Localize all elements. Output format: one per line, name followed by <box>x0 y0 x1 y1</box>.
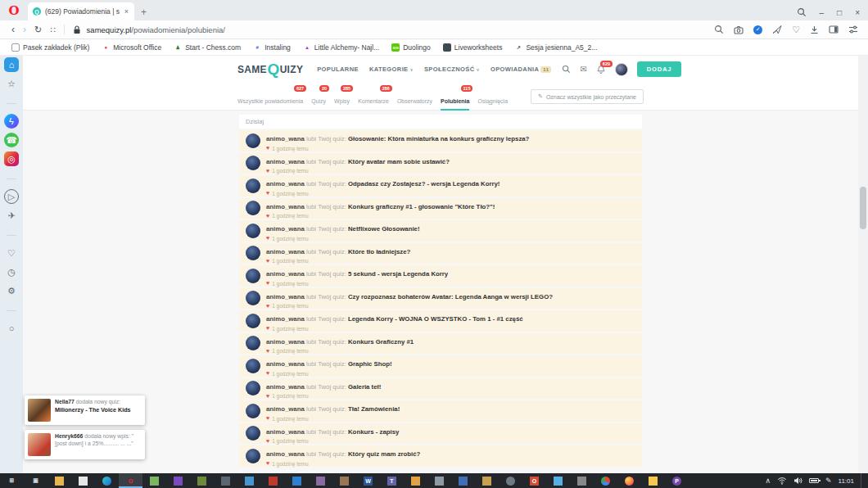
sender-avatar[interactable] <box>246 269 260 283</box>
shield-check-badge-icon[interactable]: ✓ <box>753 25 762 34</box>
bookmark-heart-icon[interactable]: ♡ <box>792 25 800 35</box>
nav-item[interactable]: KATEGORIE ∨ <box>369 66 414 73</box>
notification-tab[interactable]: Komentarze 286 <box>358 83 389 111</box>
quiz-title-link[interactable]: Konkurs - zapisy <box>348 428 399 436</box>
sender-username[interactable]: animo_wana <box>266 293 305 300</box>
page-scrollbar[interactable] <box>858 56 868 473</box>
app-calculator[interactable] <box>237 473 261 488</box>
quiz-title-link[interactable]: Konkurs Graficzny #1 <box>348 338 414 346</box>
close-button[interactable]: × <box>855 8 860 17</box>
notification-row[interactable]: animo_wana lubi Twój quiz: Który avatar … <box>239 153 642 174</box>
sticky-notes[interactable] <box>641 473 665 488</box>
speed-dial-home-icon[interactable]: ⌂ <box>4 57 19 72</box>
quiz-title-link[interactable]: Głosowanie: Która miniaturka na konkurs … <box>348 135 529 142</box>
sender-avatar[interactable] <box>246 426 260 441</box>
notification-row[interactable]: animo_wana lubi Twój quiz: Netflixowe Gł… <box>239 220 642 242</box>
sender-avatar[interactable] <box>246 246 260 260</box>
sender-username[interactable]: animo_wana <box>266 180 305 188</box>
restore-button[interactable]: □ <box>837 8 842 17</box>
lightbulb-icon[interactable]: ○ <box>4 321 19 336</box>
samequizy-logo[interactable]: SAMEQUIZY <box>237 61 303 77</box>
notification-row[interactable]: animo_wana lubi Twój quiz: Legenda Korry… <box>239 310 642 332</box>
quiz-title-link[interactable]: Który quiz mam zrobić? <box>348 450 420 458</box>
sender-avatar[interactable] <box>246 449 260 463</box>
app-film[interactable] <box>451 473 475 488</box>
sender-username[interactable]: animo_wana <box>266 203 305 210</box>
sender-avatar[interactable] <box>246 291 260 305</box>
volume-icon[interactable] <box>793 477 802 485</box>
nav-item[interactable]: SPOŁECZNOŚĆ ∨ <box>424 66 480 73</box>
sender-username[interactable]: animo_wana <box>266 450 305 458</box>
notifications-bell-icon[interactable]: 629 <box>596 65 606 75</box>
bookmark-item[interactable]: # Instaling <box>253 43 291 52</box>
sender-avatar[interactable] <box>246 404 260 418</box>
bookmark-item[interactable]: ▲ Little Alchemy- Najl... <box>303 43 379 52</box>
downloads-icon[interactable] <box>810 25 819 34</box>
new-tab-button[interactable]: + <box>141 7 147 18</box>
easy-setup-sliders-icon[interactable] <box>848 25 858 34</box>
bookmark-item[interactable]: oo Duolingo <box>391 43 431 52</box>
notification-row[interactable]: animo_wana lubi Twój quiz: Odpadasz czy … <box>239 175 642 197</box>
instagram-icon[interactable]: ◎ <box>4 151 19 166</box>
app-camera[interactable] <box>427 473 451 488</box>
microsoft-store[interactable] <box>71 473 95 488</box>
app-gray-2[interactable] <box>570 473 594 488</box>
sender-avatar[interactable] <box>246 224 260 238</box>
sender-avatar[interactable] <box>246 359 260 373</box>
reload-icon[interactable]: ↻ <box>34 25 42 35</box>
url-text[interactable]: samequizy.pl/powiadomienia/polubienia/ <box>87 25 225 34</box>
notification-tab[interactable]: Osiągnięcia <box>477 83 508 111</box>
quiz-title-link[interactable]: Czy rozpoznasz bohaterów Avatar: Legenda… <box>348 293 553 300</box>
hidden-icons-chevron-icon[interactable]: ∧ <box>765 477 771 485</box>
quiz-title-link[interactable]: Który avatar mam sobie ustawić? <box>348 158 450 165</box>
notification-row[interactable]: animo_wana lubi Twój quiz: Które tło ład… <box>239 243 642 264</box>
app-pixel-game-2[interactable] <box>332 473 356 488</box>
mark-all-read-button[interactable]: ✎ Oznacz wszystkie jako przeczytane <box>531 89 644 104</box>
sender-avatar[interactable] <box>246 156 260 170</box>
wifi-icon[interactable] <box>777 477 787 485</box>
quiz-title-link[interactable]: Legenda Korry - WOJNA O WSZYSTKO - Tom 1… <box>348 315 523 323</box>
my-flow-paper-plane-icon[interactable] <box>772 25 782 34</box>
sender-username[interactable]: animo_wana <box>266 248 305 255</box>
notification-row[interactable]: animo_wana lubi Twój quiz: Głosowanie: K… <box>239 130 642 151</box>
address-bar[interactable]: samequizy.pl/powiadomienia/polubienia/ <box>73 25 707 34</box>
opera-menu-button[interactable]: O <box>0 0 28 20</box>
task-view-button[interactable]: ▣ <box>24 473 47 488</box>
messages-envelope-icon[interactable]: ✉ <box>580 65 586 74</box>
teams[interactable]: T <box>380 473 404 488</box>
start-page-star-icon[interactable]: ☆ <box>4 76 19 91</box>
notification-tab[interactable]: Wpisy 285 <box>334 83 350 111</box>
user-avatar[interactable] <box>615 63 628 76</box>
app-minecraft[interactable] <box>190 473 214 488</box>
edge-browser[interactable] <box>95 473 119 488</box>
quiz-title-link[interactable]: 5 sekund - wersja Legenda Korry <box>348 270 448 278</box>
quiz-title-link[interactable]: Galeria teł! <box>348 383 381 391</box>
sender-username[interactable]: animo_wana <box>266 135 305 142</box>
back-icon[interactable]: ‹ <box>11 24 15 35</box>
notification-row[interactable]: animo_wana lubi Twój quiz: Konkurs - zap… <box>239 423 642 445</box>
tab-close-icon[interactable]: × <box>124 7 129 16</box>
sender-username[interactable]: animo_wana <box>266 315 305 323</box>
quiz-title-link[interactable]: Które tło ładniejsze? <box>348 248 410 255</box>
firefox[interactable] <box>617 473 641 488</box>
bookmark-item[interactable]: ● Microsoft Office <box>102 43 161 52</box>
notification-tab[interactable]: Quizy 20 <box>311 83 326 111</box>
app-photo-thumb[interactable] <box>546 473 570 488</box>
sender-avatar[interactable] <box>246 381 260 395</box>
speed-dial-grid-icon[interactable]: ∷ <box>50 25 55 34</box>
taskbar-clock[interactable]: 11:01 <box>839 477 854 485</box>
divider[interactable]: — <box>4 227 19 242</box>
sender-username[interactable]: animo_wana <box>266 338 305 346</box>
sender-username[interactable]: animo_wana <box>266 158 305 165</box>
quiz-title-link[interactable]: Odpadasz czy Zostajesz? - wersja Legenda… <box>348 180 500 188</box>
notification-tab[interactable]: Polubienia 115 <box>441 83 469 111</box>
start-button[interactable]: ⊞ <box>0 473 24 488</box>
app-p-purple[interactable]: P <box>665 473 689 488</box>
sender-username[interactable]: animo_wana <box>266 383 305 391</box>
app-pixel-game-1[interactable] <box>309 473 332 488</box>
sender-avatar[interactable] <box>246 178 260 193</box>
notification-tab[interactable]: Wszystkie powiadomienia 627 <box>237 83 303 111</box>
sender-username[interactable]: animo_wana <box>266 428 305 436</box>
bookmark-item[interactable]: Liveworksheets <box>443 43 503 52</box>
minimize-button[interactable]: – <box>820 8 825 17</box>
